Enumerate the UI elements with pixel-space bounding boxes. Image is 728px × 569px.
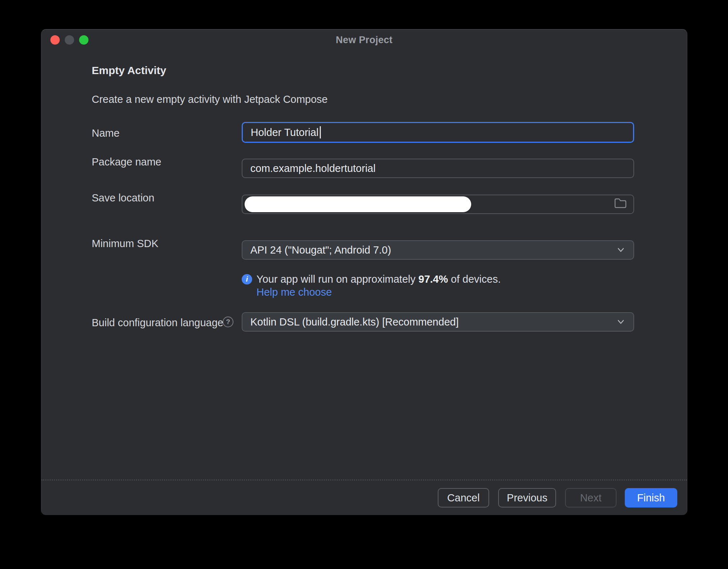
sdk-coverage-percentage: 97.4% [418,273,448,285]
previous-button[interactable]: Previous [498,488,556,507]
next-button: Next [565,488,616,507]
folder-icon [614,198,627,211]
package-name-input[interactable]: com.example.holdertutorial [242,159,634,178]
sdk-coverage-note: i Your app will run on approximately 97.… [242,273,501,285]
save-location-label: Save location [92,192,154,204]
name-label: Name [92,127,119,139]
sdk-coverage-text: Your app will run on approximately 97.4%… [256,273,501,285]
name-input-value: Holder Tutorial [251,127,319,138]
package-name-input-value: com.example.holdertutorial [250,163,376,174]
chevron-down-icon [616,317,625,327]
footer-divider [41,479,687,481]
package-name-label: Package name [92,156,161,168]
cancel-button[interactable]: Cancel [438,488,489,507]
window-title: New Project [41,35,687,46]
chevron-down-icon [616,245,625,255]
help-me-choose-link[interactable]: Help me choose [256,286,332,298]
minimum-sdk-dropdown[interactable]: API 24 ("Nougat"; Android 7.0) [242,240,634,260]
build-config-dropdown[interactable]: Kotlin DSL (build.gradle.kts) [Recommend… [242,312,634,332]
minimum-sdk-selected-value: API 24 ("Nougat"; Android 7.0) [250,244,391,256]
minimum-sdk-label: Minimum SDK [92,238,158,250]
build-config-selected-value: Kotlin DSL (build.gradle.kts) [Recommend… [250,316,459,328]
page-title: Empty Activity [92,64,166,77]
page-subtitle: Create a new empty activity with Jetpack… [92,94,328,105]
save-location-input[interactable] [242,195,634,214]
browse-folder-button[interactable] [613,197,628,211]
sdk-coverage-prefix: Your app will run on approximately [256,273,418,285]
new-project-dialog: New Project Empty Activity Create a new … [41,29,687,515]
name-input[interactable]: Holder Tutorial [242,122,634,143]
text-caret [320,126,321,138]
info-icon: i [242,274,252,284]
help-icon[interactable]: ? [223,317,233,327]
build-config-label: Build configuration language [92,317,223,329]
save-location-redacted-value [245,196,471,212]
sdk-coverage-suffix: of devices. [448,273,501,285]
finish-button[interactable]: Finish [625,488,677,507]
titlebar: New Project [41,29,687,50]
